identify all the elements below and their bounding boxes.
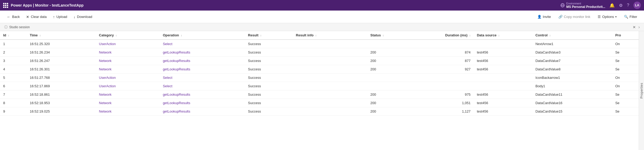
cell-time: 16:52:18.861	[27, 90, 96, 99]
cell-operation[interactable]: getLookupResults	[160, 48, 245, 57]
help-icon[interactable]: ?	[627, 3, 629, 8]
table-row[interactable]: 7 16:52:18.861 Network getLookupResults …	[0, 90, 639, 99]
cell-status: 200	[367, 48, 410, 57]
copy-monitor-link-button[interactable]: 🔗 Copy monitor link	[556, 13, 593, 20]
cell-duration	[410, 74, 474, 82]
cell-result: Success	[245, 40, 293, 48]
cell-operation[interactable]: getLookupResults	[160, 107, 245, 116]
environment-name: MS Personal Productivit...	[566, 5, 605, 9]
cell-result-info	[293, 48, 367, 57]
cell-time: 16:51:27.768	[27, 74, 96, 82]
cell-category[interactable]: Network	[96, 90, 160, 99]
table-row[interactable]: 8 16:52:18.953 Network getLookupResults …	[0, 99, 639, 107]
cell-id: 3	[0, 57, 27, 65]
data-table-area: Id ↕ Time ↕ Category ↕ Operation ↕ Resul…	[0, 31, 639, 150]
cell-category[interactable]: Network	[96, 107, 160, 116]
cell-pro: Se	[612, 90, 639, 99]
cell-control: DataCardValue11	[532, 90, 612, 99]
table-row[interactable]: 5 16:51:27.768 UserAction Select Success…	[0, 74, 639, 82]
table-row[interactable]: 3 16:51:26.247 Network getLookupResults …	[0, 57, 639, 65]
cell-pro: Se	[612, 48, 639, 57]
cell-pro: Se	[612, 57, 639, 65]
cell-result: Success	[245, 74, 293, 82]
cell-category[interactable]: UserAction	[96, 82, 160, 90]
cell-result-info	[293, 74, 367, 82]
cell-id: 2	[0, 48, 27, 57]
cell-operation[interactable]: getLookupResults	[160, 99, 245, 107]
col-header-duration[interactable]: Duration (ms) ↕	[410, 31, 474, 40]
cell-operation[interactable]: getLookupResults	[160, 57, 245, 65]
col-header-id[interactable]: Id ↕	[0, 31, 27, 40]
cell-pro: Se	[612, 99, 639, 107]
cell-pro: On	[612, 74, 639, 82]
upload-icon: ↑	[53, 15, 55, 19]
col-header-operation[interactable]: Operation ↕	[160, 31, 245, 40]
cell-result: Success	[245, 82, 293, 90]
cell-data-source	[474, 40, 532, 48]
cell-result-info	[293, 65, 367, 74]
cell-id: 8	[0, 99, 27, 107]
cell-category[interactable]: UserAction	[96, 74, 160, 82]
session-close-button[interactable]: ✕	[633, 25, 636, 29]
upload-button[interactable]: ↑ Upload	[50, 13, 70, 21]
cell-data-source: test456	[474, 107, 532, 116]
cell-category[interactable]: Network	[96, 48, 160, 57]
cell-data-source: test456	[474, 99, 532, 107]
cell-time: 16:52:17.869	[27, 82, 96, 90]
options-icon: ☰	[598, 15, 601, 19]
cell-result: Success	[245, 90, 293, 99]
col-header-result[interactable]: Result ↕	[245, 31, 293, 40]
options-chevron-icon: ▾	[615, 15, 617, 18]
cell-duration: 874	[410, 48, 474, 57]
cell-operation[interactable]: Select	[160, 82, 245, 90]
session-bar: ⓘ Studio session ✕ ›	[0, 23, 644, 31]
col-header-data-source[interactable]: Data source ↕	[474, 31, 532, 40]
table-row[interactable]: 6 16:52:17.869 UserAction Select Success…	[0, 82, 639, 90]
download-button[interactable]: ↓ Download	[71, 13, 95, 21]
cell-operation[interactable]: Select	[160, 74, 245, 82]
cell-operation[interactable]: Select	[160, 40, 245, 48]
cell-result-info	[293, 99, 367, 107]
cell-time: 16:52:19.025	[27, 107, 96, 116]
cell-category[interactable]: Network	[96, 65, 160, 74]
filter-button[interactable]: 🔍 Filter	[621, 13, 640, 20]
panel-collapse-icon[interactable]: ›	[638, 25, 640, 30]
cell-id: 5	[0, 74, 27, 82]
table-row[interactable]: 2 16:51:26.234 Network getLookupResults …	[0, 48, 639, 57]
back-button[interactable]: ← Back	[4, 13, 22, 21]
notification-icon[interactable]: 🔔	[609, 3, 615, 8]
cell-status: 200	[367, 90, 410, 99]
properties-panel-label: Properties	[640, 83, 643, 99]
settings-icon[interactable]: ⚙	[619, 3, 623, 8]
clear-data-button[interactable]: ✕ Clear data	[23, 13, 49, 21]
col-header-result-info[interactable]: Result info ↕	[293, 31, 367, 40]
cell-time: 16:51:26.234	[27, 48, 96, 57]
col-header-control[interactable]: Control ↕	[532, 31, 612, 40]
options-button[interactable]: ☰ Options ▾	[595, 13, 619, 20]
properties-panel[interactable]: Properties	[639, 31, 644, 150]
cell-category[interactable]: UserAction	[96, 40, 160, 48]
cell-id: 1	[0, 40, 27, 48]
col-header-pro[interactable]: Pro	[612, 31, 639, 40]
cell-category[interactable]: Network	[96, 57, 160, 65]
app-grid-icon[interactable]	[3, 3, 8, 8]
avatar[interactable]: LA	[633, 2, 641, 9]
cell-result: Success	[245, 48, 293, 57]
table-row[interactable]: 9 16:52:19.025 Network getLookupResults …	[0, 107, 639, 116]
col-header-time[interactable]: Time ↕	[27, 31, 96, 40]
col-header-category[interactable]: Category ↕	[96, 31, 160, 40]
cell-result-info	[293, 90, 367, 99]
environment-block: Environment MS Personal Productivit...	[560, 2, 605, 9]
cell-pro: On	[612, 40, 639, 48]
cell-operation[interactable]: getLookupResults	[160, 90, 245, 99]
cell-result: Success	[245, 57, 293, 65]
cell-data-source	[474, 82, 532, 90]
col-header-status[interactable]: Status ↕	[367, 31, 410, 40]
invite-button[interactable]: 👤 Invite	[535, 13, 554, 20]
cell-category[interactable]: Network	[96, 99, 160, 107]
cell-data-source: test456	[474, 90, 532, 99]
table-row[interactable]: 4 16:51:26.301 Network getLookupResults …	[0, 65, 639, 74]
download-icon: ↓	[74, 15, 75, 19]
cell-operation[interactable]: getLookupResults	[160, 65, 245, 74]
table-row[interactable]: 1 16:51:25.320 UserAction Select Success…	[0, 40, 639, 48]
